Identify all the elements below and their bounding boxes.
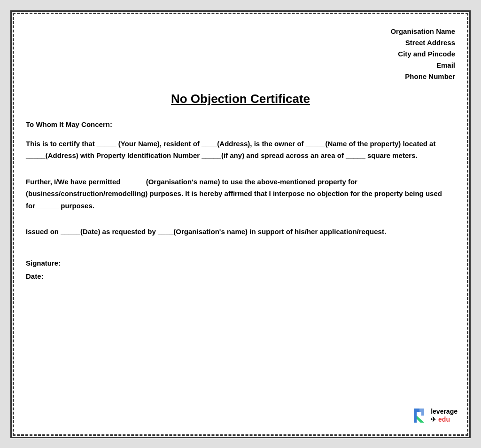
document-title: No Objection Certificate — [26, 92, 455, 106]
org-phone: Phone Number — [26, 71, 455, 82]
org-street: Street Address — [26, 37, 455, 48]
org-name: Organisation Name — [26, 26, 455, 37]
issued-on-paragraph: Issued on _____(Date) as requested by __… — [26, 226, 455, 238]
logo-line2: ✈ edu — [431, 416, 458, 424]
org-city: City and Pincode — [26, 48, 455, 60]
logo-text: leverage ✈ edu — [431, 408, 458, 424]
signature-label: Signature: — [26, 257, 455, 270]
signature-block: Signature: Date: — [26, 257, 455, 283]
date-label: Date: — [26, 270, 455, 283]
salutation: To Whom It May Concern: — [26, 120, 455, 128]
body-paragraph-1: This is to certify that _____ (Your Name… — [26, 138, 455, 162]
footer-section: Issued on _____(Date) as requested by __… — [26, 226, 455, 283]
org-email: Email — [26, 60, 455, 71]
logo-line1: leverage — [431, 408, 458, 416]
leverage-edu-logo-icon — [410, 406, 429, 425]
svg-marker-2 — [419, 409, 424, 416]
logo-area: leverage ✈ edu — [410, 406, 458, 425]
document-container: Organisation Name Street Address City an… — [10, 10, 471, 438]
title-section: No Objection Certificate — [26, 92, 455, 106]
org-info-block: Organisation Name Street Address City an… — [26, 26, 455, 82]
svg-marker-1 — [417, 416, 424, 423]
body-paragraph-2: Further, I/We have permitted ______(Orga… — [26, 176, 455, 212]
